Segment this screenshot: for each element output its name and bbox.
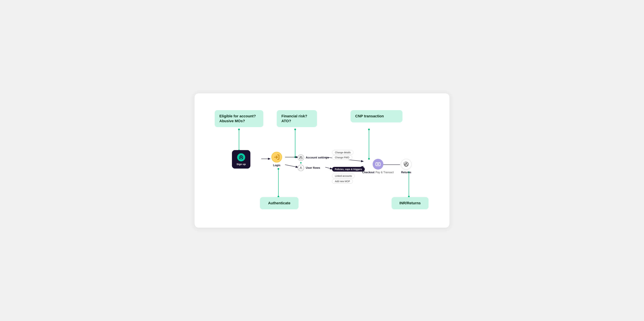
- inr-returns-box: INR/Returns: [392, 197, 428, 209]
- eligible-box: Eligible for account? Abusive MOs?: [215, 110, 263, 127]
- svg-rect-28: [376, 163, 380, 166]
- svg-point-5: [294, 156, 296, 158]
- login-node: Login: [271, 152, 282, 167]
- financial-risk-box: Financial risk? ATO?: [277, 110, 317, 127]
- checkout-node: Checkout Pay & Transact: [362, 159, 394, 174]
- signup-icon: [237, 153, 245, 161]
- svg-point-1: [238, 129, 240, 130]
- linked-accounts-tag: Linked accounts: [332, 174, 355, 178]
- svg-point-22: [240, 156, 242, 157]
- svg-point-4: [294, 129, 296, 130]
- cnp-transaction-box: CNP transaction: [350, 110, 402, 122]
- signup-node: Sign up: [232, 150, 250, 169]
- svg-line-13: [325, 167, 332, 169]
- svg-point-25: [300, 157, 301, 158]
- svg-point-7: [368, 129, 370, 130]
- svg-point-27: [300, 167, 301, 168]
- returns-node: Returns: [401, 159, 412, 174]
- login-icon: [271, 152, 282, 163]
- add-new-mop-tag: Add new MOP: [332, 179, 353, 184]
- diagram-container: Eligible for account? Abusive MOs? Finan…: [194, 93, 450, 228]
- checkout-icon: [373, 159, 384, 170]
- change-pwd-tag: Change PWD: [332, 155, 352, 160]
- svg-point-18: [278, 168, 279, 170]
- user-flows-node: User flows: [298, 165, 320, 171]
- svg-line-11: [285, 165, 298, 167]
- policies-caps-tag: Policies, caps & triggers: [332, 167, 365, 172]
- diagram-inner: Eligible for account? Abusive MOs? Finan…: [204, 103, 440, 218]
- authenticate-box: Authenticate: [260, 197, 298, 209]
- user-flows-icon: [298, 165, 304, 171]
- account-settings-icon: [298, 154, 304, 161]
- svg-point-29: [377, 164, 379, 165]
- change-details-tag: Change details: [332, 150, 353, 155]
- account-settings-node: Account settings: [298, 154, 329, 165]
- returns-icon: [401, 159, 412, 170]
